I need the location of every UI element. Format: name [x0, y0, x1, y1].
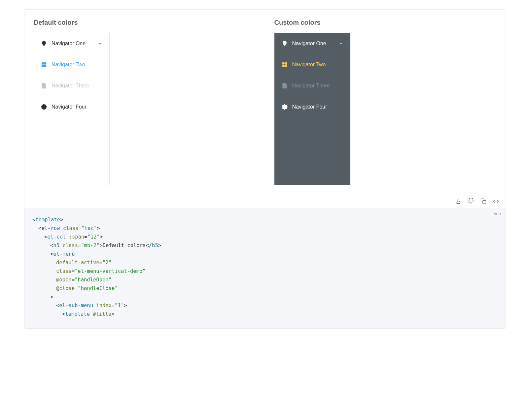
custom-colors-heading: Custom colors [274, 19, 497, 26]
svg-rect-11 [282, 65, 284, 67]
location-icon [41, 41, 47, 47]
demo-toolbar [24, 194, 506, 208]
custom-menu-item-four[interactable]: Navigator Four [274, 96, 350, 117]
demo-card: Default colors Navigator One Navigator T… [24, 9, 506, 329]
code-content: <template> <el-row class="tac"> <el-col … [32, 215, 498, 318]
chevron-down-icon [97, 41, 102, 46]
svg-rect-1 [42, 62, 44, 64]
menu-label: Navigator One [52, 41, 86, 47]
menu-label: Navigator Four [52, 104, 87, 110]
default-colors-heading: Default colors [34, 19, 256, 26]
default-menu-item-three: Navigator Three [34, 75, 109, 96]
svg-rect-4 [44, 65, 46, 67]
menu-label: Navigator Four [292, 104, 327, 110]
chevron-down-icon [338, 41, 343, 46]
setting-icon [282, 104, 288, 110]
copy-icon[interactable] [480, 198, 486, 204]
svg-rect-2 [44, 62, 46, 64]
custom-menu: Navigator One Navigator Two Navigator T [274, 33, 350, 185]
github-icon[interactable] [468, 198, 474, 204]
menu-label: Navigator Two [292, 62, 326, 68]
svg-rect-16 [483, 201, 486, 204]
custom-menu-item-one[interactable]: Navigator One [274, 33, 350, 54]
svg-rect-12 [285, 65, 287, 67]
custom-menu-item-two[interactable]: Navigator Two [274, 54, 350, 75]
grid-icon [282, 62, 288, 68]
code-icon[interactable] [493, 198, 499, 204]
setting-icon [41, 104, 47, 110]
demo-body: Default colors Navigator One Navigator T… [24, 10, 506, 194]
custom-colors-col: Custom colors Navigator One Navigator Tw… [265, 19, 506, 185]
default-colors-col: Default colors Navigator One Navigator T… [24, 19, 265, 185]
code-lang-label: vue [494, 210, 501, 217]
default-menu-item-one[interactable]: Navigator One [34, 33, 109, 54]
custom-menu-item-three: Navigator Three [274, 75, 350, 96]
svg-point-0 [43, 42, 45, 44]
menu-label: Navigator One [292, 41, 326, 47]
menu-label: Navigator Two [52, 62, 85, 68]
svg-rect-3 [42, 65, 44, 67]
grid-icon [41, 62, 47, 68]
document-icon [41, 83, 47, 89]
code-block: vue <template> <el-row class="tac"> <el-… [24, 208, 506, 328]
flask-icon[interactable] [455, 198, 461, 204]
default-menu-item-two[interactable]: Navigator Two [34, 54, 109, 75]
svg-point-8 [284, 42, 285, 44]
svg-rect-9 [282, 62, 284, 64]
menu-label: Navigator Three [292, 83, 330, 89]
default-menu: Navigator One Navigator Two Navigator T [34, 33, 110, 185]
location-icon [282, 41, 288, 47]
svg-rect-10 [285, 62, 287, 64]
default-menu-item-four[interactable]: Navigator Four [34, 96, 109, 117]
menu-label: Navigator Three [52, 83, 89, 89]
document-icon [282, 83, 288, 89]
